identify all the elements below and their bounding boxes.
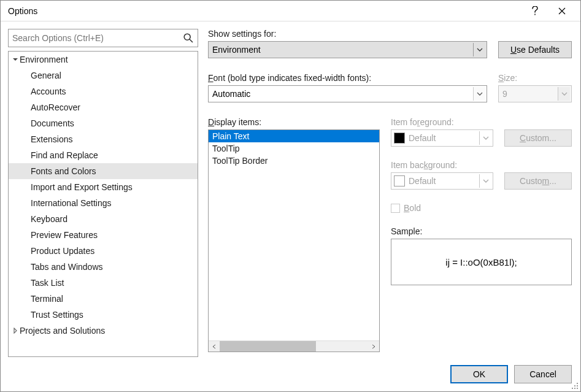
list-item[interactable]: ToolTip Border — [209, 155, 379, 167]
svg-rect-3 — [577, 385, 578, 386]
color-swatch — [394, 133, 405, 144]
tree-item-autorecover[interactable]: AutoRecover — [9, 99, 198, 115]
horizontal-scrollbar[interactable] — [209, 340, 379, 352]
dialog-body: Environment General Accounts AutoRecover… — [1, 21, 580, 357]
item-foreground-label: Item foreground: — [391, 117, 572, 127]
show-settings-combo[interactable]: Environment — [208, 41, 487, 58]
chevron-down-icon — [558, 87, 570, 101]
tree-item-environment[interactable]: Environment — [9, 52, 198, 67]
show-settings-label: Show settings for: — [208, 29, 572, 39]
expand-icon — [11, 56, 20, 63]
custom-foreground-button[interactable]: Custom... — [504, 129, 572, 147]
use-defaults-button[interactable]: Use Defaults — [498, 41, 572, 58]
sidebar: Environment General Accounts AutoRecover… — [8, 29, 198, 357]
font-label: Font (bold type indicates fixed-width fo… — [208, 73, 487, 83]
tree-item-accounts[interactable]: Accounts — [9, 83, 198, 99]
bold-checkbox[interactable]: Bold — [391, 203, 572, 213]
bold-label: Bold — [404, 203, 421, 213]
scroll-right-icon[interactable] — [368, 341, 379, 352]
chevron-down-icon — [479, 174, 491, 188]
list-item[interactable]: ToolTip — [209, 142, 379, 155]
size-combo[interactable]: 9 — [498, 85, 572, 102]
main-panel: Show settings for: Environment Use Defau… — [208, 29, 575, 357]
tree-item-product-updates[interactable]: Product Updates — [9, 243, 198, 259]
svg-rect-6 — [577, 388, 578, 389]
size-label: Size: — [498, 73, 572, 83]
tree-item-fonts-colors[interactable]: Fonts and Colors — [9, 163, 198, 179]
foreground-combo[interactable]: Default — [391, 129, 493, 147]
search-box[interactable] — [8, 29, 198, 47]
font-value: Automatic — [212, 89, 250, 99]
tree-item-import-export[interactable]: Import and Export Settings — [9, 179, 198, 195]
item-background-label: Item background: — [391, 160, 572, 170]
chevron-down-icon — [473, 87, 485, 101]
tree-item-general[interactable]: General — [9, 67, 198, 83]
tree-item-preview-features[interactable]: Preview Features — [9, 227, 198, 243]
tree-item-task-list[interactable]: Task List — [9, 275, 198, 291]
tree-item-documents[interactable]: Documents — [9, 115, 198, 131]
svg-rect-2 — [574, 385, 575, 386]
cancel-button[interactable]: Cancel — [514, 365, 572, 383]
tree-item-keyboard[interactable]: Keyboard — [9, 211, 198, 227]
checkbox-box — [391, 204, 400, 213]
close-button[interactable] — [548, 1, 575, 21]
background-combo[interactable]: Default — [391, 172, 493, 190]
collapse-icon — [11, 328, 20, 334]
display-items-label: Display items: — [208, 117, 380, 127]
sample-label: Sample: — [391, 226, 572, 236]
window-title: Options — [6, 6, 521, 16]
search-input[interactable] — [9, 29, 198, 47]
size-value: 9 — [502, 89, 507, 99]
svg-rect-1 — [577, 383, 578, 384]
svg-rect-5 — [574, 388, 575, 389]
custom-background-button[interactable]: Custom... — [504, 172, 572, 190]
scroll-left-icon[interactable] — [209, 341, 220, 352]
resize-grip[interactable] — [571, 382, 579, 390]
tree-item-tabs-windows[interactable]: Tabs and Windows — [9, 259, 198, 275]
font-combo[interactable]: Automatic — [208, 85, 487, 102]
color-swatch — [394, 175, 405, 186]
help-button[interactable] — [521, 1, 548, 21]
list-item[interactable]: Plain Text — [209, 130, 379, 142]
sample-text: ij = I::oO(0xB81l); — [445, 257, 517, 267]
tree-item-extensions[interactable]: Extensions — [9, 131, 198, 147]
tree-scroll[interactable]: Environment General Accounts AutoRecover… — [9, 52, 198, 356]
tree-item-international[interactable]: International Settings — [9, 195, 198, 211]
search-icon — [183, 33, 194, 45]
titlebar: Options — [1, 1, 580, 21]
svg-point-0 — [184, 34, 190, 40]
display-items-listbox[interactable]: Plain Text ToolTip ToolTip Border — [208, 129, 380, 352]
close-icon — [558, 7, 566, 15]
scroll-thumb[interactable] — [220, 341, 316, 352]
ok-button[interactable]: OK — [450, 365, 508, 383]
dialog-footer: OK Cancel — [1, 357, 580, 391]
tree-item-trust-settings[interactable]: Trust Settings — [9, 307, 198, 323]
show-settings-value: Environment — [212, 45, 261, 55]
chevron-down-icon — [479, 131, 491, 145]
category-tree: Environment General Accounts AutoRecover… — [8, 51, 198, 357]
options-dialog: Options Environment General — [0, 0, 581, 392]
scroll-track[interactable] — [220, 341, 368, 352]
font-size-row: Font (bold type indicates fixed-width fo… — [208, 73, 572, 102]
sample-preview: ij = I::oO(0xB81l); — [391, 239, 572, 285]
show-settings-group: Show settings for: Environment Use Defau… — [208, 29, 572, 58]
question-icon — [532, 6, 538, 16]
chevron-down-icon — [473, 43, 485, 56]
svg-rect-4 — [572, 388, 573, 389]
tree-item-terminal[interactable]: Terminal — [9, 291, 198, 307]
tree-item-find-replace[interactable]: Find and Replace — [9, 147, 198, 163]
tree-item-projects-solutions[interactable]: Projects and Solutions — [9, 323, 198, 339]
